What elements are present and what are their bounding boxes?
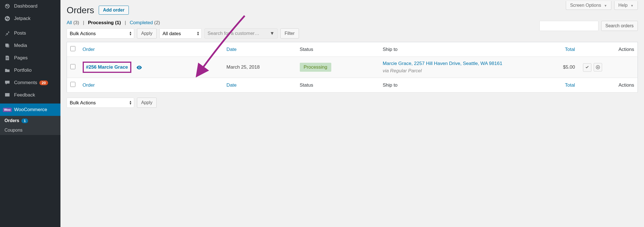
column-header-date[interactable]: Date bbox=[226, 47, 237, 52]
filter-link-completed[interactable]: Completed bbox=[130, 20, 153, 25]
sidebar-item-woocommerce[interactable]: Woo WooCommerce bbox=[0, 104, 60, 116]
status-badge: Processing bbox=[300, 63, 331, 72]
sidebar-item-label: Portfolio bbox=[14, 68, 31, 73]
column-header-shipto: Ship to bbox=[379, 42, 538, 57]
comments-count-badge: 20 bbox=[39, 80, 48, 85]
admin-sidebar: Dashboard Jetpack Posts Media Pages bbox=[0, 0, 60, 120]
row-checkbox[interactable] bbox=[70, 64, 75, 69]
column-footer-order[interactable]: Order bbox=[83, 82, 95, 88]
chevron-down-icon: ▼ bbox=[604, 4, 607, 7]
filter-button[interactable]: Filter bbox=[280, 28, 299, 39]
svg-point-0 bbox=[5, 16, 10, 21]
pages-icon bbox=[4, 55, 11, 61]
main-content: Screen Options ▼ Help ▼ Orders Add order… bbox=[60, 0, 644, 120]
orders-table: Order Date Status Ship to Total Actions … bbox=[67, 42, 638, 93]
select-all-checkbox[interactable] bbox=[70, 46, 75, 51]
sidebar-subitem-orders[interactable]: Orders 1 bbox=[0, 116, 60, 120]
sidebar-item-label: Posts bbox=[14, 30, 26, 36]
help-tab[interactable]: Help ▼ bbox=[614, 1, 638, 10]
chevron-down-icon: ▼ bbox=[270, 31, 274, 36]
date-filter-select[interactable]: All dates bbox=[159, 28, 202, 39]
order-date: March 25, 2018 bbox=[223, 57, 296, 78]
feedback-icon bbox=[4, 92, 11, 98]
sidebar-subitem-label: Orders bbox=[4, 118, 19, 120]
customer-search-select[interactable]: Search for a customer… ▼ bbox=[204, 28, 278, 39]
filter-link-processing[interactable]: Processing bbox=[88, 20, 114, 25]
sidebar-item-pages[interactable]: Pages bbox=[0, 52, 60, 64]
filter-link-all[interactable]: All bbox=[67, 20, 72, 25]
filter-count-processing: (1) bbox=[115, 20, 121, 25]
more-actions-button[interactable] bbox=[594, 63, 602, 71]
sidebar-item-jetpack[interactable]: Jetpack bbox=[0, 12, 60, 25]
column-footer-shipto: Ship to bbox=[379, 78, 538, 93]
search-orders-button[interactable]: Search orders bbox=[601, 21, 638, 31]
sidebar-submenu: Orders 1 Coupons bbox=[0, 116, 60, 120]
shipto-link[interactable]: Marcie Grace, 2257 Hill Haven Drive, Sea… bbox=[383, 61, 503, 66]
complete-order-button[interactable] bbox=[583, 63, 591, 72]
column-header-status: Status bbox=[296, 42, 379, 57]
plus-circle-icon bbox=[596, 65, 600, 69]
comments-icon bbox=[4, 79, 11, 86]
table-row: #256 Marcie Grace March 25, 2018 Process… bbox=[67, 57, 638, 78]
column-header-total[interactable]: Total bbox=[565, 47, 575, 52]
sidebar-item-comments[interactable]: Comments 20 bbox=[0, 77, 60, 89]
sidebar-item-feedback[interactable]: Feedback bbox=[0, 89, 60, 101]
orders-search-input[interactable] bbox=[539, 21, 598, 31]
sidebar-item-label: Dashboard bbox=[14, 3, 37, 9]
filter-count-completed: (2) bbox=[154, 20, 160, 25]
tablenav-bottom: Bulk Actions ▲▼ Apply bbox=[67, 98, 638, 108]
chevron-down-icon: ▼ bbox=[631, 4, 634, 7]
filter-count-all: (3) bbox=[73, 20, 79, 25]
preview-eye-icon[interactable] bbox=[136, 64, 142, 71]
check-icon bbox=[585, 66, 589, 69]
jetpack-icon bbox=[4, 15, 11, 22]
screen-options-tab[interactable]: Screen Options ▼ bbox=[566, 1, 611, 10]
sidebar-item-label: Media bbox=[14, 43, 27, 48]
shipping-method: via Regular Parcel bbox=[383, 68, 535, 74]
column-footer-status: Status bbox=[296, 78, 379, 93]
sidebar-item-portfolio[interactable]: Portfolio bbox=[0, 64, 60, 77]
add-order-button[interactable]: Add order bbox=[99, 6, 129, 15]
bulk-actions-select-bottom[interactable]: Bulk Actions bbox=[67, 98, 134, 108]
bulk-actions-select[interactable]: Bulk Actions bbox=[67, 28, 134, 39]
column-footer-total[interactable]: Total bbox=[565, 82, 575, 88]
orders-search-form: Search orders bbox=[539, 21, 638, 31]
column-header-actions: Actions bbox=[578, 42, 638, 57]
sidebar-item-label: Feedback bbox=[14, 92, 35, 98]
select-all-checkbox-footer[interactable] bbox=[70, 82, 75, 87]
pin-icon bbox=[4, 30, 11, 37]
sidebar-item-label: Pages bbox=[14, 55, 28, 61]
page-title: Orders bbox=[67, 5, 94, 15]
sidebar-item-posts[interactable]: Posts bbox=[0, 27, 60, 39]
order-link[interactable]: #256 Marcie Grace bbox=[86, 64, 128, 70]
media-icon bbox=[4, 42, 11, 49]
portfolio-icon bbox=[4, 67, 11, 74]
orders-count-badge: 1 bbox=[21, 118, 28, 120]
column-header-order[interactable]: Order bbox=[83, 47, 95, 52]
sidebar-item-media[interactable]: Media bbox=[0, 39, 60, 52]
sidebar-item-label: Comments bbox=[14, 80, 37, 86]
sidebar-item-label: Jetpack bbox=[14, 16, 31, 21]
column-footer-date[interactable]: Date bbox=[226, 82, 237, 88]
top-tabs: Screen Options ▼ Help ▼ bbox=[566, 1, 638, 10]
sidebar-item-dashboard[interactable]: Dashboard bbox=[0, 0, 60, 12]
woocommerce-icon: Woo bbox=[4, 106, 11, 113]
column-footer-actions: Actions bbox=[578, 78, 638, 93]
annotation-highlight-box: #256 Marcie Grace bbox=[83, 62, 131, 73]
order-total: $5.00 bbox=[538, 57, 578, 78]
apply-bulk-button-bottom[interactable]: Apply bbox=[137, 98, 157, 108]
sidebar-item-label: WooCommerce bbox=[14, 107, 47, 113]
dashboard-icon bbox=[4, 3, 11, 10]
apply-bulk-button[interactable]: Apply bbox=[137, 28, 157, 39]
